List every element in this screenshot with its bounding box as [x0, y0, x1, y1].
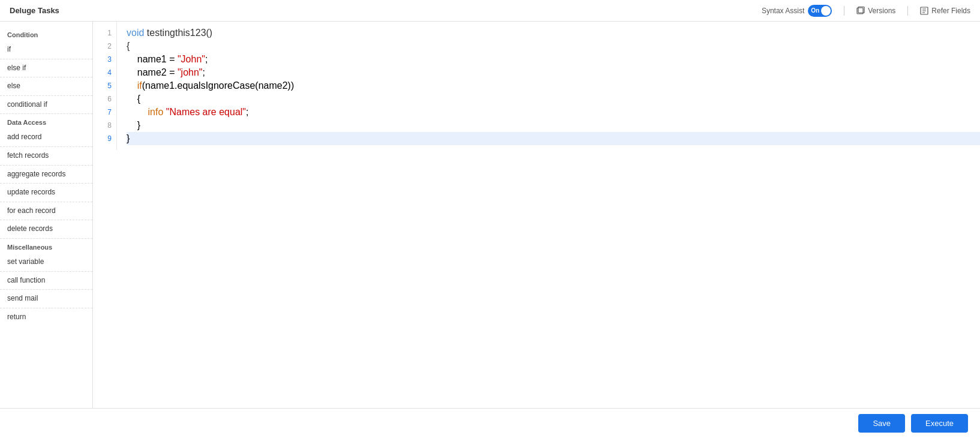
syntax-assist-label: Syntax Assist — [762, 7, 804, 15]
execute-button[interactable]: Execute — [911, 414, 968, 433]
line-num-2: 2 — [93, 40, 112, 53]
sidebar-item-if[interactable]: if — [0, 41, 92, 59]
divider2 — [907, 6, 908, 16]
line-num-3: 3 — [93, 53, 112, 66]
sidebar-item-send-mail[interactable]: send mail — [0, 290, 92, 308]
sidebar: Condition if else if else conditional if… — [0, 22, 93, 408]
toggle-label: On — [811, 7, 819, 14]
line-num-7: 7 — [93, 106, 112, 119]
line-num-4: 4 — [93, 66, 112, 79]
code-line-6: { — [127, 92, 980, 106]
sidebar-item-update-records[interactable]: update records — [0, 184, 92, 202]
line-num-8: 8 — [93, 119, 112, 132]
sidebar-item-aggregate-records[interactable]: aggregate records — [0, 166, 92, 184]
sidebar-item-delete-records[interactable]: delete records — [0, 220, 92, 239]
versions-button[interactable]: Versions — [856, 7, 895, 15]
code-line-3: name1 = "John"; — [127, 53, 980, 66]
line-num-5: 5 — [93, 79, 112, 92]
sidebar-item-call-function[interactable]: call function — [0, 272, 92, 290]
divider — [844, 6, 844, 16]
line-numbers: 1 2 3 4 5 6 7 8 9 — [93, 22, 117, 150]
refer-fields-button[interactable]: Refer Fields — [920, 7, 970, 15]
sidebar-item-else-if[interactable]: else if — [0, 59, 92, 78]
line-num-6: 6 — [93, 92, 112, 106]
code-line-5: if(name1.equalsIgnoreCase(name2)) — [127, 79, 980, 92]
sidebar-item-return[interactable]: return — [0, 308, 92, 326]
line-num-9: 9 — [93, 132, 112, 145]
footer: Save Execute — [0, 408, 980, 438]
sidebar-item-add-record[interactable]: add record — [0, 128, 92, 147]
code-line-7: info "Names are equal"; — [127, 106, 980, 119]
misc-section-title: Miscellaneous — [0, 239, 92, 253]
func-name: testingthis123() — [147, 28, 212, 38]
sidebar-item-set-variable[interactable]: set variable — [0, 253, 92, 272]
app-title: Deluge Tasks — [10, 6, 59, 15]
sidebar-item-for-each-record[interactable]: for each record — [0, 202, 92, 221]
code-line-4: name2 = "john"; — [127, 66, 980, 79]
code-line-8: } — [127, 119, 980, 132]
header-actions: Syntax Assist On Versions — [762, 5, 970, 17]
code-line-9: } — [127, 132, 980, 145]
versions-icon — [856, 7, 865, 15]
condition-section-title: Condition — [0, 26, 92, 41]
header: Deluge Tasks Syntax Assist On Versions — [0, 0, 980, 22]
save-button[interactable]: Save — [858, 414, 905, 433]
main-layout: Condition if else if else conditional if… — [0, 22, 980, 408]
syntax-assist-control[interactable]: Syntax Assist On — [762, 5, 832, 17]
code-line-2: { — [127, 40, 980, 53]
sidebar-item-fetch-records[interactable]: fetch records — [0, 147, 92, 166]
syntax-assist-toggle[interactable]: On — [808, 5, 832, 17]
data-access-section-title: Data Access — [0, 114, 92, 128]
sidebar-item-else[interactable]: else — [0, 77, 92, 96]
code-content[interactable]: void testingthis123() { name1 = "John"; … — [117, 22, 980, 150]
sidebar-item-conditional-if[interactable]: conditional if — [0, 96, 92, 115]
code-lines-container: 1 2 3 4 5 6 7 8 9 void testingthis123() … — [93, 22, 980, 150]
refer-fields-icon — [920, 7, 928, 15]
toggle-knob — [821, 6, 831, 16]
keyword-void: void — [127, 28, 147, 38]
line-num-1: 1 — [93, 26, 112, 40]
code-editor[interactable]: 1 2 3 4 5 6 7 8 9 void testingthis123() … — [93, 22, 980, 408]
code-line-1: void testingthis123() — [127, 26, 980, 40]
